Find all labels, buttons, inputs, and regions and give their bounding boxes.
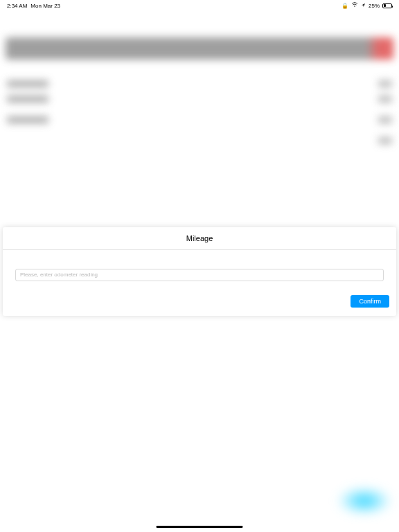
confirm-button[interactable]: Confirm	[351, 295, 389, 308]
status-time: 2:34 AM	[7, 3, 27, 9]
odometer-input[interactable]	[15, 269, 384, 281]
svg-point-0	[354, 6, 355, 7]
location-icon	[361, 3, 366, 9]
status-date: Mon Mar 23	[30, 3, 60, 9]
wifi-icon	[351, 2, 358, 9]
status-bar: 2:34 AM Mon Mar 23 🔒 25%	[0, 0, 399, 10]
help-bubble[interactable]	[337, 487, 392, 515]
battery-percent: 25%	[369, 3, 380, 9]
status-left: 2:34 AM Mon Mar 23	[7, 3, 60, 9]
modal-footer: Confirm	[3, 290, 396, 316]
battery-icon	[382, 3, 392, 8]
modal-body	[3, 250, 396, 290]
modal-title: Mileage	[3, 227, 396, 250]
background-blur-layer	[0, 10, 399, 204]
status-right: 🔒 25%	[342, 2, 392, 9]
orientation-lock-icon: 🔒	[342, 3, 348, 9]
mileage-modal: Mileage Confirm	[3, 227, 396, 316]
home-indicator[interactable]	[157, 526, 243, 528]
